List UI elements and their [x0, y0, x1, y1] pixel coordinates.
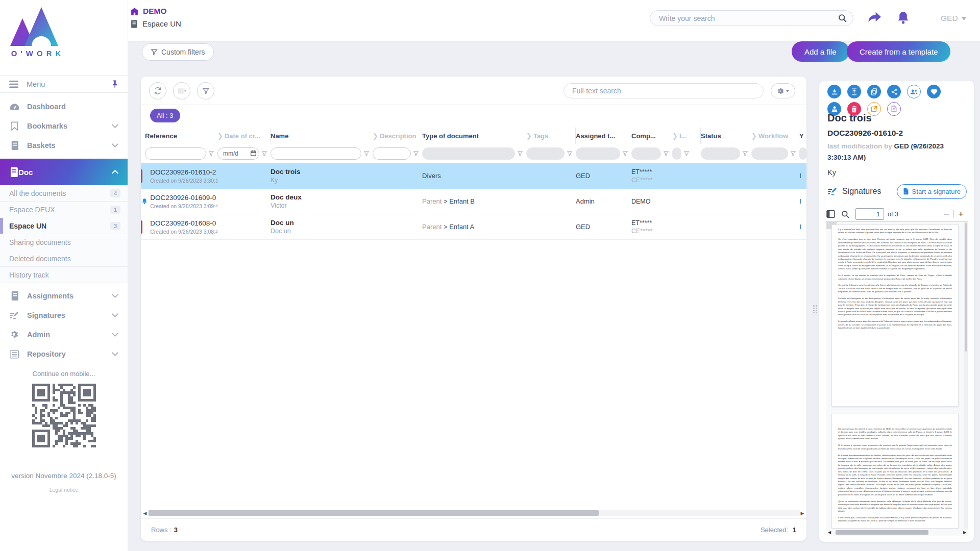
funnel-icon[interactable] — [261, 151, 267, 157]
calendar-icon[interactable] — [251, 150, 256, 156]
column-header-tags[interactable]: ❯Tags — [526, 128, 576, 144]
zoom-out-button[interactable]: − — [940, 209, 953, 219]
pin-icon[interactable] — [111, 80, 118, 88]
expand-arrow-icon: ❯ — [373, 132, 378, 140]
user-menu[interactable]: GED — [941, 14, 967, 23]
download-button[interactable] — [827, 85, 841, 98]
scrollbar-thumb[interactable] — [965, 223, 967, 352]
sidebar-item-label: Baskets — [27, 141, 56, 149]
column-header-name[interactable]: Name — [271, 128, 373, 144]
sidebar-item-label: Bookmarks — [27, 122, 67, 130]
funnel-icon[interactable] — [567, 151, 573, 157]
funnel-icon[interactable] — [517, 151, 523, 157]
filter-button[interactable] — [197, 82, 214, 99]
panel-resize-handle[interactable] — [813, 305, 817, 313]
breadcrumb-workspace[interactable]: DEMO — [130, 7, 167, 16]
table-row[interactable]: DOC230926-01609-0 Created on 9/26/2023 3… — [141, 189, 806, 214]
column-header-reference[interactable]: Reference — [141, 128, 217, 144]
description-filter-input[interactable] — [373, 147, 411, 160]
i-filter-select[interactable] — [672, 147, 681, 160]
filter-all-pill[interactable]: All : 3 — [150, 109, 180, 122]
horizontal-scrollbar[interactable]: ◀ ▶ — [142, 509, 805, 517]
sidebar-item-repository[interactable]: Repository — [0, 344, 128, 364]
funnel-icon[interactable] — [363, 151, 370, 157]
funnel-icon[interactable] — [208, 151, 214, 157]
column-header-description[interactable]: ❯Description — [373, 128, 422, 144]
scrollbar-thumb[interactable] — [149, 510, 599, 516]
column-header-y[interactable]: Y — [799, 128, 806, 144]
column-header-type[interactable]: Type of document — [422, 128, 526, 144]
sidebar-item-doc[interactable]: Doc — [0, 159, 128, 185]
funnel-icon[interactable] — [790, 151, 796, 157]
scroll-right-icon[interactable]: ▶ — [962, 530, 968, 535]
global-search-input[interactable] — [659, 14, 838, 22]
fulltext-search-input[interactable] — [564, 84, 763, 98]
sidebar-item-history-track[interactable]: History track — [0, 267, 128, 283]
column-header-company[interactable]: Comp... — [631, 128, 672, 144]
reference-filter-input[interactable] — [145, 147, 206, 160]
sidebar-item-sharing-documents[interactable]: Sharing documents — [0, 234, 128, 251]
column-header-status[interactable]: Status — [701, 128, 751, 144]
table-row[interactable]: DOC230926-01610-2 Created on 9/26/2023 3… — [141, 163, 806, 189]
scroll-right-icon[interactable]: ▶ — [800, 511, 805, 516]
sidebar-item-signatures[interactable]: Signatures — [0, 306, 128, 325]
sidebar-item-baskets[interactable]: Baskets — [0, 136, 128, 155]
sidebar-item-bookmarks[interactable]: Bookmarks — [0, 116, 128, 136]
sidebar-item-all-documents[interactable]: All the documents 4 — [0, 185, 128, 202]
page-number-input[interactable] — [855, 208, 884, 220]
upload-version-button[interactable] — [847, 85, 861, 98]
company-filter-select[interactable] — [631, 147, 661, 160]
search-icon[interactable] — [838, 14, 847, 22]
name-filter-input[interactable] — [271, 147, 361, 160]
column-header-date[interactable]: ❯Date of cr... — [217, 128, 271, 144]
document-properties-button[interactable] — [887, 102, 901, 116]
menu-toggle[interactable]: Menu — [0, 76, 128, 93]
funnel-icon[interactable] — [742, 151, 748, 157]
viewer-horizontal-scrollbar[interactable]: ◀ ▶ — [826, 529, 968, 536]
share-nodes-button[interactable] — [887, 85, 901, 98]
copy-button[interactable] — [867, 85, 881, 98]
tags-filter-select[interactable] — [526, 147, 565, 160]
pdf-search-icon[interactable] — [841, 210, 849, 218]
type-filter-select[interactable] — [422, 147, 515, 160]
sidebar-item-espace-deux[interactable]: Espace DEUX 1 — [0, 202, 128, 218]
scroll-left-icon[interactable]: ◀ — [142, 511, 148, 516]
breadcrumb-space[interactable]: Espace UN — [130, 19, 181, 28]
add-file-button[interactable]: Add a file — [792, 41, 849, 62]
sidebar-item-admin[interactable]: Admin — [0, 325, 128, 344]
scroll-left-icon[interactable]: ◀ — [826, 530, 832, 535]
column-header-workflow[interactable]: ❯Workflow — [751, 128, 799, 144]
scrollbar-thumb[interactable] — [836, 530, 928, 535]
sidebar-toggle-icon[interactable] — [826, 210, 835, 218]
sidebar-item-assignments[interactable]: Assignments — [0, 286, 128, 306]
users-button[interactable] — [907, 85, 921, 98]
funnel-icon[interactable] — [663, 151, 669, 157]
favorite-button[interactable] — [927, 85, 941, 98]
zoom-in-button[interactable]: + — [954, 209, 968, 219]
status-filter-select[interactable] — [701, 147, 740, 160]
share-icon[interactable] — [868, 11, 881, 23]
table-row[interactable]: DOC230926-01608-0 Created on 9/26/2023 3… — [141, 214, 806, 240]
funnel-icon[interactable] — [622, 151, 628, 157]
column-header-i[interactable]: ❯I... — [672, 128, 701, 144]
viewer-vertical-scrollbar[interactable] — [964, 222, 968, 529]
bell-icon[interactable] — [897, 11, 909, 24]
columns-button[interactable] — [173, 82, 190, 99]
pdf-page-2-text: S'il pouvait nous être donné à nous, hom… — [832, 414, 958, 527]
sidebar-item-deleted-documents[interactable]: Deleted documents — [0, 251, 128, 267]
funnel-icon[interactable] — [683, 151, 690, 157]
legal-notice-link[interactable]: Legal notice — [0, 487, 128, 493]
refresh-button[interactable] — [149, 82, 166, 99]
start-signature-button[interactable]: Start a signature — [897, 184, 967, 199]
column-header-assigned[interactable]: Assigned t... — [576, 128, 631, 144]
create-template-button[interactable]: Create from a template — [847, 41, 950, 62]
table-settings-button[interactable] — [771, 83, 795, 98]
sidebar-item-espace-un[interactable]: Espace UN 3 — [0, 218, 128, 234]
pdf-viewer[interactable]: Il y a aujourd'hui trois cent quarante-h… — [826, 222, 968, 536]
assigned-filter-select[interactable] — [576, 147, 620, 160]
y-filter-select[interactable] — [799, 147, 806, 160]
workflow-filter-select[interactable] — [751, 147, 788, 160]
custom-filters-button[interactable]: Custom filters — [142, 43, 214, 61]
sidebar-item-dashboard[interactable]: Dashboard — [0, 97, 128, 116]
funnel-icon[interactable] — [413, 151, 419, 157]
